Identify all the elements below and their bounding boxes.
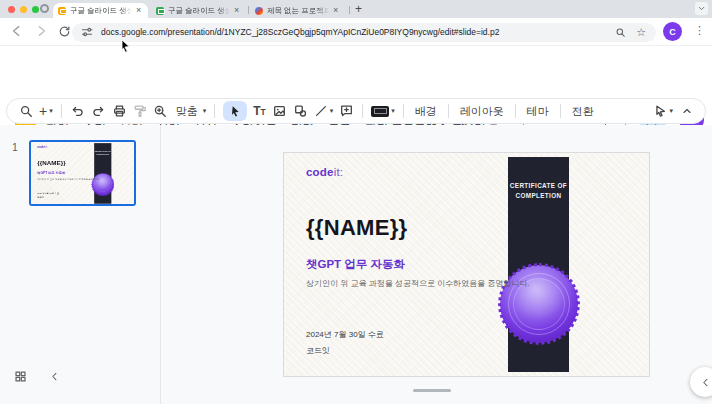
- slide-canvas[interactable]: codeit: CERTIFICATE OF COMPLETION {{NAME…: [283, 152, 650, 377]
- back-icon[interactable]: [10, 24, 24, 38]
- site-settings-icon[interactable]: [81, 26, 93, 38]
- insert-line-button[interactable]: ▾: [314, 104, 334, 118]
- color-swatch-tool[interactable]: ▾: [371, 106, 395, 117]
- name-placeholder-text[interactable]: {{NAME}}: [306, 215, 407, 241]
- filmstrip-divider: [160, 125, 161, 404]
- tab-separator: [248, 6, 249, 14]
- close-tab-icon[interactable]: ×: [234, 6, 239, 15]
- grid-view-icon[interactable]: [14, 370, 27, 383]
- google-slides-icon: [58, 7, 66, 15]
- transition-button[interactable]: 전환: [569, 104, 597, 119]
- statement-text[interactable]: 상기인이 위 교육 과정을 성공적으로 이수하였음을 증명합니다.: [306, 278, 530, 289]
- fit-zoom-select[interactable]: 맞춤 ▾: [173, 104, 207, 119]
- print-icon: [112, 104, 127, 118]
- chevron-down-icon: ▾: [49, 107, 53, 115]
- text-box-button[interactable]: TT: [253, 105, 266, 117]
- search-icon: [19, 104, 33, 118]
- search-tools-button[interactable]: [19, 104, 33, 118]
- undo-icon: [70, 104, 85, 118]
- mouse-pointer: [121, 39, 133, 54]
- chevron-down-icon: ▾: [669, 107, 673, 115]
- reload-icon[interactable]: [58, 25, 71, 38]
- pointer-tools-button[interactable]: ▾: [653, 104, 673, 118]
- slides-header: 구글 슬라이드 생성하기 템플릿의 사본 ☆ 파일 수정 보기 삽입 서식 슬라…: [0, 46, 712, 95]
- zoom-page-icon[interactable]: [615, 27, 626, 38]
- insert-image-button[interactable]: [272, 104, 287, 118]
- swatch-icon: [371, 106, 389, 117]
- shapes-icon: [293, 104, 308, 118]
- close-tab-icon[interactable]: ×: [333, 6, 338, 15]
- toolbar-divider: [61, 104, 62, 118]
- seal-badge[interactable]: [500, 265, 578, 343]
- paint-format-button[interactable]: [133, 104, 147, 118]
- redo-icon: [91, 104, 106, 118]
- insert-shape-button[interactable]: [293, 104, 308, 118]
- address-bar[interactable]: docs.google.com/presentation/d/1NYZC_j28…: [72, 23, 656, 42]
- layout-button[interactable]: 레이아웃: [457, 104, 507, 119]
- horizontal-scrollbar[interactable]: [413, 389, 451, 392]
- issuer-text[interactable]: 코드잇: [306, 345, 330, 356]
- band-title: CERTIFICATE OF COMPLETION: [508, 181, 569, 201]
- window-controls: [8, 6, 39, 13]
- toolbar-divider: [560, 104, 561, 118]
- print-button[interactable]: [112, 104, 127, 118]
- comment-add-icon: [339, 104, 354, 118]
- background-button[interactable]: 배경: [412, 104, 440, 119]
- chevron-up-icon: [681, 105, 693, 117]
- toolbar-divider: [403, 104, 404, 118]
- browser-profile-avatar[interactable]: C: [663, 22, 682, 41]
- chevron-down-icon: [697, 4, 706, 13]
- line-icon: [314, 104, 328, 118]
- codeit-logo[interactable]: codeit:: [306, 166, 343, 178]
- tab-sheets-roster[interactable]: 구글 슬라이드 생성하기 명단의 사 ×: [151, 3, 246, 18]
- close-tab-icon[interactable]: ×: [136, 6, 141, 15]
- zoom-button[interactable]: [153, 104, 167, 118]
- zoom-window-button[interactable]: [32, 6, 39, 13]
- chevron-down-icon: ▾: [330, 107, 334, 115]
- select-tool-button[interactable]: [223, 101, 247, 121]
- certificate-thumbnail: codeit: CERTIFICATE OFCOMPLETION {{NAME}…: [31, 142, 134, 205]
- chevron-down-icon: ▾: [391, 107, 395, 115]
- insert-comment-button[interactable]: [339, 104, 354, 118]
- tab-slides-template[interactable]: 구글 슬라이드 생성하기 템플릿의 사 ×: [53, 3, 148, 18]
- paint-roller-icon: [133, 104, 147, 118]
- tab-title: 제목 없는 프로젝트 - 프로젝트 편: [267, 6, 329, 16]
- theme-button[interactable]: 테마: [524, 104, 552, 119]
- bookmark-star-icon[interactable]: ☆: [636, 27, 646, 38]
- tab-apps-script[interactable]: 제목 없는 프로젝트 - 프로젝트 편 ×: [250, 3, 347, 18]
- chevron-left-icon: [700, 377, 711, 388]
- google-sheets-icon: [156, 7, 164, 15]
- hide-toolbar-button[interactable]: [681, 105, 693, 117]
- chevron-down-icon: ▾: [203, 107, 207, 115]
- tab-search-button[interactable]: [695, 2, 708, 15]
- slide-number: 1: [12, 141, 18, 153]
- browser-toolbar: docs.google.com/presentation/d/1NYZC_j28…: [0, 18, 712, 46]
- edit-toolbar: + ▾ 맞춤 ▾ TT: [6, 98, 706, 124]
- completion-date-text[interactable]: 2024년 7월 30일 수료: [306, 329, 384, 340]
- add-slide-button[interactable]: + ▾: [39, 104, 53, 118]
- toolbar-divider: [214, 104, 215, 118]
- toolbar-divider: [515, 104, 516, 118]
- zoom-in-icon: [153, 104, 167, 118]
- editor-workspace: 1 codeit: CERTIFICATE OFCOMPLETION {{NAM…: [0, 125, 712, 404]
- collapse-filmstrip-icon[interactable]: [49, 371, 60, 382]
- cursor-icon: [229, 105, 242, 118]
- tab-separator: [349, 6, 350, 14]
- browser-window: 구글 슬라이드 생성하기 템플릿의 사 × 구글 슬라이드 생성하기 명단의 사…: [0, 0, 712, 404]
- tab-strip: 구글 슬라이드 생성하기 템플릿의 사 × 구글 슬라이드 생성하기 명단의 사…: [0, 0, 712, 18]
- minimize-window-button[interactable]: [20, 6, 27, 13]
- course-title-text[interactable]: 챗GPT 업무 자동화: [306, 257, 405, 272]
- gear-icon[interactable]: [40, 4, 49, 13]
- forward-icon[interactable]: [34, 24, 48, 38]
- redo-button[interactable]: [91, 104, 106, 118]
- slide-thumbnail[interactable]: codeit: CERTIFICATE OFCOMPLETION {{NAME}…: [29, 140, 136, 206]
- open-side-panel-button[interactable]: [690, 367, 712, 397]
- browser-menu-icon[interactable]: ⋮: [694, 24, 705, 37]
- new-tab-button[interactable]: +: [355, 2, 362, 16]
- close-window-button[interactable]: [8, 6, 15, 13]
- tab-title: 구글 슬라이드 생성하기 명단의 사: [168, 6, 230, 16]
- image-icon: [272, 104, 287, 118]
- url-text: docs.google.com/presentation/d/1NYZC_j28…: [101, 27, 499, 37]
- tab-title: 구글 슬라이드 생성하기 템플릿의 사: [70, 6, 132, 16]
- undo-button[interactable]: [70, 104, 85, 118]
